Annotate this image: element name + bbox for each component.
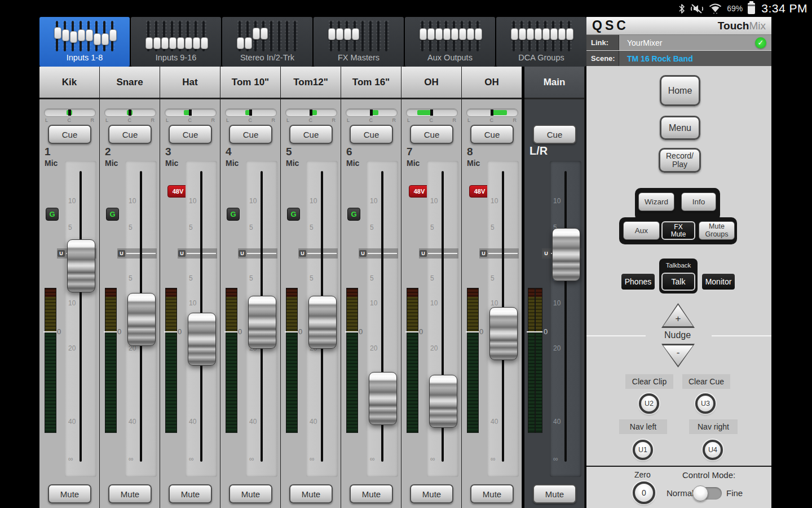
cue-button[interactable]: Cue (470, 125, 514, 144)
pan-indicator[interactable] (225, 108, 277, 117)
mute-button[interactable]: Mute (410, 484, 453, 503)
link-value[interactable]: YourMixer (627, 38, 755, 47)
channel-name[interactable]: Tom12" (281, 67, 341, 99)
user-button-u4[interactable]: U4 (703, 440, 723, 460)
fader-handle[interactable] (308, 296, 337, 349)
fader-handle[interactable] (127, 293, 156, 346)
user-button-u2[interactable]: U2 (639, 393, 659, 414)
fader-scale-label: 10 (310, 197, 317, 205)
gate-badge: G (287, 208, 300, 221)
nav-left-button[interactable]: Nav left (619, 419, 667, 434)
pan-indicator[interactable] (104, 108, 156, 117)
fader-track[interactable]: 1055102040∞U (306, 161, 338, 477)
nudge-up-button[interactable]: + (661, 303, 695, 328)
scene-value[interactable]: TM 16 Rock Band (627, 54, 693, 63)
meter-clip-zone (45, 288, 56, 297)
clear-cue-button[interactable]: Clear Cue (682, 374, 730, 389)
channel-source-label: Mic (165, 159, 178, 168)
channel-name[interactable]: OH (462, 67, 522, 99)
cue-button[interactable]: Cue (289, 125, 333, 144)
meter-hot-zone (467, 297, 478, 332)
channel-name[interactable]: OH (401, 67, 461, 99)
channel-name[interactable]: Hat (160, 67, 220, 99)
meter-zero-tick (164, 331, 177, 332)
fader-scale-label: 20 (430, 344, 438, 352)
user-button-u3[interactable]: U3 (695, 393, 716, 414)
clear-clip-button[interactable]: Clear Clip (625, 374, 673, 389)
nav-right-button[interactable]: Nav right (689, 419, 738, 434)
mute-button[interactable]: Mute (48, 484, 91, 503)
fader-track[interactable]: 1055102040∞U (65, 161, 96, 477)
channel-name[interactable]: Tom 10" (220, 67, 280, 99)
pan-indicator[interactable] (285, 108, 337, 117)
fader-track[interactable]: 1055102040∞U (125, 161, 157, 477)
meter-clip-zone (105, 288, 116, 297)
control-mode-toggle[interactable] (694, 487, 722, 500)
meter-zero-label: 0 (359, 327, 363, 336)
fader-track[interactable]: 1055102040∞U (186, 161, 217, 477)
fader-handle[interactable] (369, 372, 397, 425)
fader-track[interactable]: 1055102040∞U (246, 161, 277, 477)
unity-label: U (420, 250, 427, 257)
fader-scale-label: 5 (68, 224, 72, 231)
fader-scale-label: ∞ (370, 455, 375, 463)
menu-button[interactable]: Menu (660, 116, 700, 140)
pan-indicator[interactable] (466, 108, 518, 117)
pan-scale-label: C (490, 117, 494, 123)
channel-name[interactable]: Snare (100, 67, 160, 99)
pan-indicator[interactable] (346, 108, 398, 117)
fader-track[interactable]: 1055102040∞U (367, 161, 398, 477)
home-button[interactable]: Home (660, 75, 700, 106)
cue-button[interactable]: Cue (48, 125, 91, 144)
cue-button[interactable]: Cue (533, 125, 576, 144)
mute-button[interactable]: Mute (533, 484, 576, 503)
user-button-u1[interactable]: U1 (633, 440, 653, 460)
channel-name[interactable]: Kik (39, 67, 99, 99)
channel-name[interactable]: Tom 16" (341, 67, 401, 99)
cue-button[interactable]: Cue (350, 125, 393, 144)
fader-track[interactable]: 1055102040∞U (487, 161, 519, 477)
channel-name[interactable]: Main (524, 67, 584, 99)
mute-button[interactable]: Mute (289, 484, 333, 503)
meter-signal-zone (536, 332, 542, 432)
zero-button[interactable]: 0 (633, 481, 655, 504)
talk-button[interactable]: Talk (661, 273, 695, 291)
meter-signal-zone (467, 332, 478, 432)
fader-handle[interactable] (188, 313, 216, 366)
fader-handle[interactable] (429, 375, 457, 428)
record-play-button[interactable]: Record/ Play (659, 148, 701, 173)
mute-button[interactable]: Mute (108, 484, 152, 503)
mute-button[interactable]: Mute (169, 484, 212, 503)
fx-mute-button[interactable]: FX Mute (661, 221, 695, 240)
fader-handle[interactable] (248, 296, 276, 349)
control-panel: QSC TouchMix Link: YourMixer ✓ Scene: TM… (586, 17, 771, 508)
pan-indicator[interactable] (406, 108, 458, 117)
fader-track[interactable]: 1055102040∞U (427, 161, 458, 477)
unity-gain-marker: U (419, 248, 458, 259)
info-button[interactable]: Info (681, 192, 716, 211)
fader-scale-label: ∞ (189, 455, 194, 463)
nudge-down-button[interactable]: - (661, 344, 695, 367)
sound-off-icon (690, 3, 704, 14)
fader-handle[interactable] (67, 239, 95, 292)
mute-groups-button[interactable]: Mute Groups (699, 221, 735, 240)
wizard-button[interactable]: Wizard (638, 192, 674, 211)
fader-handle[interactable] (489, 307, 518, 360)
pan-indicator[interactable] (44, 108, 96, 117)
pan-position-marker (189, 110, 192, 116)
pan-indicator[interactable] (165, 108, 217, 117)
mute-button[interactable]: Mute (470, 484, 514, 503)
monitor-button[interactable]: Monitor (701, 273, 736, 291)
cue-button[interactable]: Cue (410, 125, 453, 144)
mute-button[interactable]: Mute (350, 484, 393, 503)
phones-button[interactable]: Phones (620, 273, 656, 291)
meter-zero-label: 0 (178, 327, 182, 336)
pan-scale-labels: LCR (286, 117, 336, 123)
cue-button[interactable]: Cue (108, 125, 152, 144)
mute-button[interactable]: Mute (229, 484, 272, 503)
fader-track[interactable]: 1055102040∞U (550, 161, 581, 477)
fader-handle[interactable] (552, 228, 580, 281)
cue-button[interactable]: Cue (169, 125, 212, 144)
aux-button[interactable]: Aux (623, 221, 660, 240)
cue-button[interactable]: Cue (229, 125, 272, 144)
